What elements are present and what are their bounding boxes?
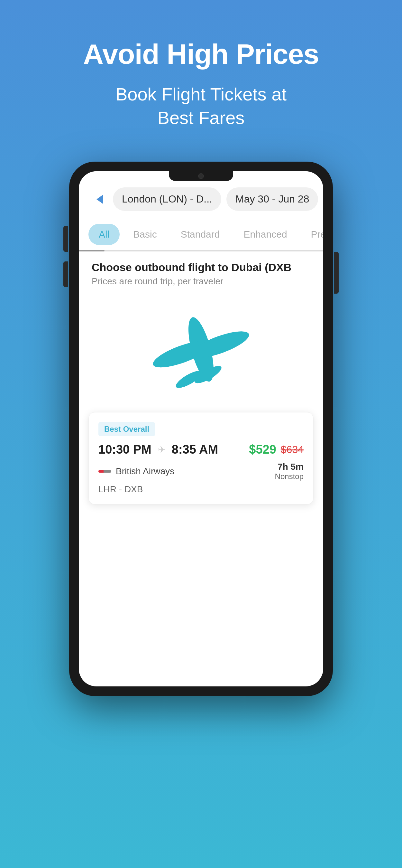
dates-pill[interactable]: May 30 - Jun 28 — [226, 187, 318, 211]
duration-text: 7h 5m — [275, 462, 304, 472]
best-overall-badge: Best Overall — [98, 422, 155, 436]
phone-screen: London (LON) - D... May 30 - Jun 28 All … — [79, 171, 323, 686]
phone-container: London (LON) - D... May 30 - Jun 28 All … — [69, 162, 333, 696]
hero-section: Avoid High Prices Book Flight Tickets at… — [0, 0, 402, 149]
back-chevron-icon — [97, 195, 103, 204]
route-code: LHR - DXB — [98, 484, 304, 495]
flight-times: 10:30 PM ✈ 8:35 AM — [98, 443, 218, 457]
tab-enhanced[interactable]: Enhanced — [233, 224, 297, 245]
original-price: $634 — [281, 444, 304, 456]
phone-notch — [169, 171, 233, 181]
route-pill[interactable]: London (LON) - D... — [113, 187, 221, 211]
current-price: $529 — [249, 443, 276, 457]
volume-up-button — [63, 226, 68, 252]
airline-info: British Airways — [98, 466, 174, 476]
power-button — [334, 252, 339, 293]
tab-standard[interactable]: Standard — [170, 224, 230, 245]
airline-row: British Airways 7h 5m Nonstop — [98, 462, 304, 481]
nonstop-text: Nonstop — [275, 472, 304, 481]
plane-area — [79, 290, 323, 412]
tabs-row: All Basic Standard Enhanced Pre... — [79, 217, 323, 245]
flight-arrow-icon: ✈ — [158, 444, 165, 455]
flight-header-subtitle: Prices are round trip, per traveler — [92, 276, 310, 286]
flight-times-row: 10:30 PM ✈ 8:35 AM $529 $634 — [98, 443, 304, 457]
arrival-time: 8:35 AM — [172, 443, 218, 457]
hero-title: Avoid High Prices — [83, 39, 319, 70]
airline-name: British Airways — [116, 466, 174, 476]
flight-header: Choose outbound flight to Dubai (DXB Pri… — [79, 251, 323, 290]
airline-logo — [98, 470, 111, 473]
tab-basic[interactable]: Basic — [123, 224, 167, 245]
search-bar-row: London (LON) - D... May 30 - Jun 28 — [92, 187, 310, 211]
back-button[interactable] — [92, 191, 108, 207]
phone-frame: London (LON) - D... May 30 - Jun 28 All … — [69, 162, 333, 696]
duration-info: 7h 5m Nonstop — [275, 462, 304, 481]
flight-header-title: Choose outbound flight to Dubai (DXB — [92, 261, 310, 274]
front-camera — [198, 173, 204, 179]
departure-time: 10:30 PM — [98, 443, 152, 457]
bottom-screen-area — [79, 514, 323, 579]
plane-icon — [153, 309, 249, 399]
flight-card[interactable]: Best Overall 10:30 PM ✈ 8:35 AM $529 $63… — [89, 412, 313, 504]
flight-prices: $529 $634 — [249, 443, 304, 457]
tab-premium[interactable]: Pre... — [301, 224, 323, 245]
tab-all[interactable]: All — [89, 224, 120, 245]
volume-down-button — [63, 261, 68, 287]
hero-subtitle: Book Flight Tickets atBest Fares — [115, 83, 287, 130]
